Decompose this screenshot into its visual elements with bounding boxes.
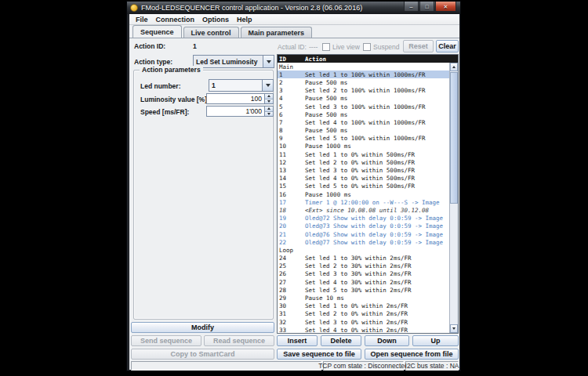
scroll-thumb[interactable] — [450, 72, 458, 204]
triangle-down-icon — [452, 327, 456, 330]
list-item[interactable]: 32Set led 3 to 0% within 2ms/FR — [278, 318, 449, 326]
list-item[interactable]: 26Set led 3 to 30% within 2ms/FR — [278, 270, 449, 278]
sequence-list-rows: Main1Set led 1 to 100% within 1000ms/FR2… — [278, 63, 449, 333]
luminosity-spinner-buttons — [264, 94, 273, 103]
triangle-up-icon — [267, 95, 270, 97]
clear-button[interactable]: Clear — [436, 40, 459, 52]
insert-button[interactable]: Insert — [277, 335, 318, 346]
list-item[interactable]: 29Pause 10 ms — [278, 294, 449, 302]
triangle-up-icon — [267, 107, 270, 110]
window-title: FMod-LEDSEQUENCER control application - … — [141, 4, 362, 12]
app-window: FMod-LEDSEQUENCER control application - … — [126, 1, 461, 371]
list-item[interactable]: 18<Ext> since 10.08.08 until 30.12.08 — [278, 206, 449, 214]
down-button[interactable]: Down — [365, 335, 409, 346]
speed-spinner-buttons — [264, 107, 273, 116]
list-item[interactable]: 3Set led 2 to 100% within 1000ms/FR — [278, 87, 449, 95]
action-parameters-title: Action parameters — [140, 66, 203, 74]
list-item[interactable]: 14Set led 4 to 0% within 500ms/FR — [278, 175, 449, 183]
list-item[interactable]: 16Pause 1000 ms — [278, 190, 449, 198]
list-item[interactable]: 8Pause 500 ms — [278, 127, 449, 135]
list-item[interactable]: Main — [278, 63, 449, 70]
actual-id-label: Actual ID: — [278, 43, 307, 51]
action-type-label: Action type: — [134, 58, 172, 66]
list-item[interactable]: 13Set led 3 to 0% within 500ms/FR — [278, 166, 449, 174]
tab-sequence[interactable]: Sequence — [132, 25, 182, 38]
suspend-checkbox[interactable] — [363, 43, 371, 51]
list-item[interactable]: 31Set led 2 to 0% within 2ms/FR — [278, 310, 449, 318]
action-id-label: Action ID: — [134, 42, 165, 50]
up-button[interactable]: Up — [412, 335, 459, 346]
list-item[interactable]: 21Oled@76 Show with delay 0:0:59 -> Imag… — [278, 230, 449, 238]
list-header-action: Action — [305, 56, 458, 63]
menu-item-help[interactable]: Help — [233, 16, 256, 24]
list-item[interactable]: 22Oled@77 Show with delay 0:0:59 -> Imag… — [278, 238, 449, 246]
list-item[interactable]: 9Set led 5 to 100% within 1000ms/FR — [278, 135, 449, 143]
list-item[interactable]: 4Pause 500 ms — [278, 95, 449, 103]
menu-item-file[interactable]: File — [132, 16, 152, 24]
modify-button[interactable]: Modify — [131, 322, 274, 333]
titlebar: FMod-LEDSEQUENCER control application - … — [127, 2, 460, 14]
list-item[interactable]: 27Set led 4 to 30% within 2ms/FR — [278, 278, 449, 286]
suspend-label: Suspend — [373, 43, 400, 51]
vertical-scrollbar[interactable] — [449, 63, 458, 333]
open-sequence-button[interactable]: Open sequence from file — [365, 349, 459, 360]
list-item[interactable]: Loop — [278, 246, 449, 254]
list-item[interactable]: 15Set led 5 to 0% within 500ms/FR — [278, 183, 449, 190]
minimize-button[interactable]: – — [404, 2, 419, 12]
speed-value[interactable]: 1'000 — [207, 107, 264, 116]
triangle-up-icon — [452, 66, 456, 68]
save-sequence-button[interactable]: Save sequence to file — [277, 349, 361, 360]
sequence-list: ID Action Main1Set led 1 to 100% within … — [277, 54, 459, 334]
chevron-down-icon — [267, 60, 271, 63]
list-item[interactable]: 6Pause 500 ms — [278, 110, 449, 118]
tab-main-parameters[interactable]: Main parameters — [241, 27, 313, 38]
action-type-combo[interactable]: Led Set Luminosity — [193, 55, 274, 68]
luminosity-label: Luminosity value [%]: — [140, 96, 209, 103]
list-item[interactable]: 11Set led 1 to 0% within 500ms/FR — [278, 150, 449, 158]
scroll-down-button[interactable] — [450, 324, 458, 333]
led-number-combo[interactable]: 1 — [209, 79, 274, 92]
window-controls: – □ ✕ — [404, 2, 456, 12]
i2c-status: I2C bus state : NA — [405, 361, 459, 371]
luminosity-spinner[interactable]: 100 — [206, 93, 274, 104]
live-view-checkbox[interactable] — [322, 43, 330, 51]
read-sequence-button[interactable]: Read sequence — [204, 335, 274, 346]
list-item[interactable]: 1Set led 1 to 100% within 1000ms/FR — [278, 70, 449, 78]
scroll-up-button[interactable] — [450, 63, 458, 71]
list-item[interactable]: 10Pause 1000 ms — [278, 143, 449, 150]
list-item[interactable]: 12Set led 2 to 0% within 500ms/FR — [278, 158, 449, 166]
client-area: File Connection Options Help Sequence Li… — [129, 14, 459, 370]
list-item[interactable]: 25Set led 2 to 30% within 2ms/FR — [278, 262, 449, 270]
spinner-down-button[interactable] — [265, 111, 273, 117]
list-item[interactable]: 30Set led 1 to 0% within 2ms/FR — [278, 302, 449, 310]
action-id-value: 1 — [193, 42, 197, 50]
list-item[interactable]: 20Oled@73 Show with delay 0:0:59 -> Imag… — [278, 222, 449, 230]
list-item[interactable]: 5Set led 3 to 100% within 1000ms/FR — [278, 103, 449, 110]
led-number-dropdown-button[interactable] — [262, 80, 273, 91]
list-item[interactable]: 24Set led 1 to 30% within 2ms/FR — [278, 255, 449, 262]
reset-button[interactable]: Reset — [403, 40, 434, 52]
list-item[interactable]: 28Set led 5 to 30% within 2ms/FR — [278, 286, 449, 294]
delete-button[interactable]: Delete — [321, 335, 361, 346]
list-item[interactable]: 7Set led 4 to 100% within 1000ms/FR — [278, 118, 449, 126]
spinner-down-button[interactable] — [265, 99, 273, 104]
actual-id-value: ---- — [309, 43, 318, 51]
list-item[interactable]: 17Timer 1 @ 12:00:00 on --W---S -> Image — [278, 198, 449, 206]
list-item[interactable]: 2Pause 500 ms — [278, 78, 449, 86]
menubar: File Connection Options Help — [129, 14, 459, 25]
copy-smartcard-button[interactable]: Copy to SmartCard — [131, 349, 274, 360]
action-type-dropdown-button[interactable] — [263, 56, 274, 67]
luminosity-value[interactable]: 100 — [207, 94, 264, 103]
menu-item-connection[interactable]: Connection — [152, 16, 199, 24]
close-button[interactable]: ✕ — [435, 2, 456, 12]
list-item[interactable]: 19Oled@72 Show with delay 0:0:59 -> Imag… — [278, 215, 449, 222]
speed-spinner[interactable]: 1'000 — [206, 106, 274, 117]
list-item[interactable]: 33Set led 4 to 0% within 2ms/FR — [278, 326, 449, 333]
chevron-down-icon — [266, 84, 270, 87]
triangle-down-icon — [267, 113, 270, 115]
menu-item-options[interactable]: Options — [198, 16, 233, 24]
maximize-button[interactable]: □ — [419, 2, 434, 12]
app-icon — [130, 4, 138, 12]
tab-live-control[interactable]: Live control — [183, 27, 239, 38]
send-sequence-button[interactable]: Send sequence — [131, 335, 201, 346]
